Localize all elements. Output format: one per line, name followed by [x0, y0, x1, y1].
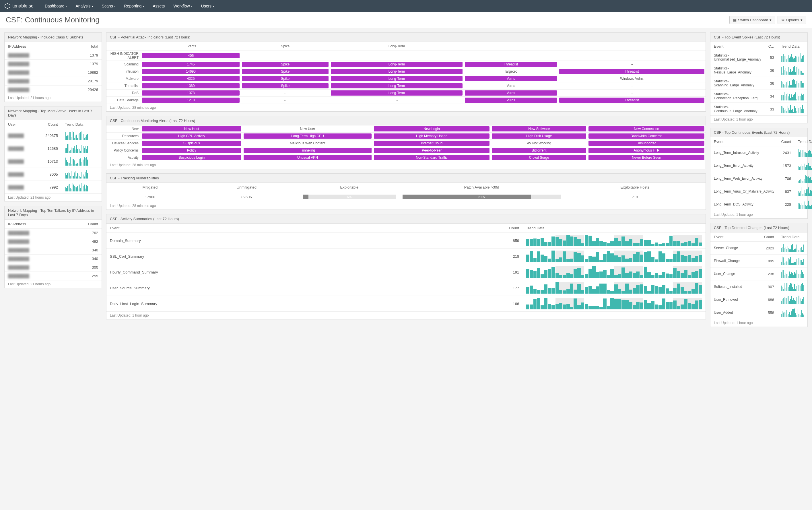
spikes-table: Event C... Trend Data Statistics-Unnorma…: [710, 42, 807, 115]
nav-scans[interactable]: Scans ▾: [97, 4, 120, 8]
brand-text: tenable.sc: [12, 3, 33, 9]
panel-title: Network Mapping - Included Class C Subne…: [5, 33, 102, 42]
panel-talkers: Network Mapping - Top Ten Talkers by IP …: [4, 206, 102, 288]
svg-marker-0: [5, 3, 10, 9]
table-row[interactable]: Statistics-Continuous_Large_Anomaly33: [710, 103, 807, 116]
table-row[interactable]: Statistics-Connection_Reception_Larg...3…: [710, 90, 807, 103]
table-row[interactable]: ████████29426: [5, 86, 102, 94]
panel-detected-changes: CSF - Top Detected Changes (Last 72 Hour…: [710, 223, 808, 327]
gear-icon: ⚙: [781, 18, 785, 22]
active-users-table: User Count Trend Data ██████240375██████…: [5, 120, 102, 193]
matrix-row: Scanning1745SpikeLong-TermThreatlist--: [107, 61, 705, 68]
sparkline: [781, 282, 804, 291]
sparkline: [781, 105, 804, 113]
table-row[interactable]: Long_Term_Intrusion_Activity2431: [710, 146, 812, 159]
caret-down-icon: ▾: [801, 18, 803, 22]
table-row[interactable]: Server_Change2023: [710, 242, 807, 255]
options-button[interactable]: ⚙ Options ▾: [778, 16, 806, 24]
top-navbar: tenable.sc Dashboard ▾Analysis ▾Scans ▾R…: [0, 0, 812, 12]
hosts-value[interactable]: 713: [564, 192, 705, 202]
trend-chart: [526, 298, 702, 309]
nav-dashboard[interactable]: Dashboard ▾: [40, 4, 71, 8]
switch-dashboard-button[interactable]: ▦ Switch Dashboard ▾: [729, 16, 776, 24]
table-row[interactable]: ████████19862: [5, 68, 102, 77]
table-row[interactable]: ████████340: [5, 246, 102, 255]
caret-down-icon: ▾: [213, 5, 214, 8]
subnets-table: IP Address Total ████████1379████████137…: [5, 42, 102, 94]
table-row[interactable]: ████████1379: [5, 60, 102, 68]
nav-reporting[interactable]: Reporting ▾: [120, 4, 149, 8]
brand-logo[interactable]: tenable.sc: [4, 3, 33, 9]
table-row[interactable]: Long_Term_Web_Error_Activity706: [710, 172, 812, 185]
table-row[interactable]: User_Source_Summary177: [107, 280, 705, 296]
title-bar: CSF: Continuous Monitoring ▦ Switch Dash…: [0, 12, 812, 28]
table-row[interactable]: ██████12685: [5, 142, 102, 155]
table-row[interactable]: ████████28179: [5, 77, 102, 86]
table-row[interactable]: User_Change1238: [710, 267, 807, 280]
table-row[interactable]: ████████492: [5, 237, 102, 246]
sparkline: [798, 148, 812, 157]
table-row[interactable]: ██████10713: [5, 155, 102, 168]
matrix-row: Data Leakage1210----VulnsThreatlist: [107, 97, 705, 104]
table-row[interactable]: Long_Term_Error_Activity1573: [710, 159, 812, 172]
panel-updated: Last Updated: 21 hours ago: [5, 94, 102, 102]
table-row[interactable]: Software_Installed907: [710, 280, 807, 293]
alerts-matrix: NewNew HostNew UserNew LoginNew Software…: [107, 125, 705, 161]
matrix-row: Intrusion14690SpikeLong-TermTargetedThre…: [107, 68, 705, 75]
sparkline: [65, 144, 88, 153]
nav-users[interactable]: Users ▾: [197, 4, 219, 8]
col-ip[interactable]: IP Address: [5, 42, 64, 51]
table-row[interactable]: Statistics-Unnormalized_Large_Anomaly53: [710, 51, 807, 64]
page-title: CSF: Continuous Monitoring: [6, 16, 99, 24]
table-row[interactable]: Statistics-Nessus_Large_Anomaly36: [710, 64, 807, 77]
panel-title: Network Mapping - Top Most Active Users …: [5, 107, 102, 120]
sparkline: [781, 79, 804, 88]
table-row[interactable]: ████████255: [5, 272, 102, 280]
table-row[interactable]: ██████7992: [5, 181, 102, 194]
panel-continuous-events: CSF - Top Continuous Events (Last 72 Hou…: [710, 128, 808, 219]
panel-activity-summaries: CSF - Activity Summaries (Last 72 Hours)…: [106, 214, 706, 319]
sparkline: [798, 187, 812, 196]
table-row[interactable]: User_Added558: [710, 306, 807, 319]
caret-down-icon: ▾: [143, 5, 144, 8]
patch-bar[interactable]: 81%: [399, 192, 564, 202]
table-row[interactable]: Domain_Summary859: [107, 233, 705, 249]
exploitable-bar[interactable]: 6%: [299, 192, 399, 202]
mitigated-value[interactable]: 17908: [107, 192, 194, 202]
nav-analysis[interactable]: Analysis ▾: [71, 4, 97, 8]
sparkline: [781, 66, 804, 75]
vulns-table: MitigatedUnmitigatedExploitablePatch Ava…: [107, 183, 705, 202]
table-row[interactable]: ██████8005: [5, 168, 102, 181]
table-row[interactable]: User_Removed686: [710, 293, 807, 306]
panel-tracking-vulns: CSF - Tracking Vulnerabilities Mitigated…: [106, 173, 706, 210]
trend-chart: [526, 266, 702, 278]
sparkline: [65, 183, 88, 192]
table-row[interactable]: Long_Term_Virus_Or_Malware_Activity637: [710, 185, 812, 198]
caret-down-icon: ▾: [770, 18, 772, 22]
table-row[interactable]: Daily_Host_Login_Summary166: [107, 296, 705, 312]
unmitigated-value[interactable]: 89606: [194, 192, 299, 202]
table-row[interactable]: Hourly_Command_Summary191: [107, 264, 705, 280]
nav-workflow[interactable]: Workflow ▾: [169, 4, 197, 8]
sparkline: [65, 170, 88, 178]
table-row[interactable]: ████████1379: [5, 51, 102, 60]
matrix-row: Policy ConcernsPolicyTunnelingPeer-to-Pe…: [107, 147, 705, 154]
sparkline: [781, 295, 804, 304]
sparkline: [65, 157, 88, 166]
sparkline: [798, 200, 812, 209]
table-row[interactable]: ██████240375: [5, 129, 102, 142]
nav-assets[interactable]: Assets: [148, 4, 169, 8]
table-row[interactable]: Statistics-Scanning_Large_Anomaly36: [710, 77, 807, 90]
col-total[interactable]: Total: [64, 42, 102, 51]
matrix-row: DoS1378--Long-TermVulns--: [107, 89, 705, 97]
sparkline: [781, 257, 804, 265]
tenable-icon: [4, 3, 10, 9]
table-row[interactable]: SSL_Cert_Summary218: [107, 249, 705, 264]
table-row[interactable]: ████████762: [5, 229, 102, 237]
sparkline: [65, 131, 88, 140]
panel-active-users: Network Mapping - Top Most Active Users …: [4, 106, 102, 201]
table-row[interactable]: ████████340: [5, 255, 102, 263]
table-row[interactable]: Firewall_Change1895: [710, 255, 807, 267]
table-row[interactable]: ████████300: [5, 263, 102, 272]
table-row[interactable]: Long_Term_DOS_Activity228: [710, 198, 812, 211]
